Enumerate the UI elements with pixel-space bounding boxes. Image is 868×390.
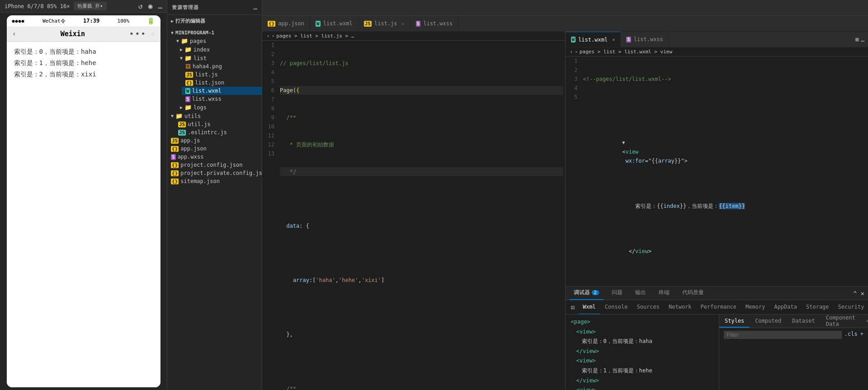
pages-label: pages bbox=[190, 38, 206, 44]
sidebar-item-haha4png[interactable]: 🖼 haha4.png bbox=[182, 62, 262, 70]
devtools-inspect-icon[interactable]: ⊡ bbox=[567, 304, 578, 311]
nav-back-icon[interactable]: ‹ bbox=[570, 49, 573, 55]
editor-content-right[interactable]: 1 2 3 4 5 <!--pages/list/list.wxml--> ▼ … bbox=[566, 56, 868, 286]
right-tab-listwxss-label: list.wxss bbox=[634, 36, 663, 42]
phone-model-label: iPhone 6/7/8 85% 16× bbox=[5, 3, 70, 9]
sidebar-item-projectprivateconfigjs[interactable]: {} project.private.config.js... bbox=[167, 169, 262, 177]
nav-fwd-icon[interactable]: › bbox=[272, 33, 275, 39]
right-tab-listwxml[interactable]: W list.wxml ✕ bbox=[566, 32, 621, 47]
devtools-tab-console[interactable]: Console bbox=[600, 300, 632, 315]
open-editors-item[interactable]: ▶ 打开的编辑器 bbox=[167, 17, 262, 25]
js-icon: JS bbox=[178, 122, 186, 127]
styles-tab-componentdata[interactable]: Component Data bbox=[821, 315, 861, 328]
styles-tab-styles[interactable]: Styles bbox=[719, 315, 750, 328]
close-debug-icon[interactable]: ✕ bbox=[861, 290, 864, 297]
devtools-tab-memory[interactable]: Memory bbox=[741, 300, 769, 315]
folder-icon: 📁 bbox=[184, 46, 192, 53]
sidebar-item-index[interactable]: ▶ 📁 index bbox=[167, 45, 262, 54]
debug-tab-issues-label: 问题 bbox=[612, 289, 623, 296]
editor-pane-right: W list.wxml ✕ S list.wxss ⊞ … ‹ › pages … bbox=[566, 32, 868, 390]
top-toolbar bbox=[262, 0, 868, 16]
line-numbers-right: 1 2 3 4 5 bbox=[566, 56, 581, 286]
debug-panel: 调试器 2 问题 输出 终端 代码质量 bbox=[566, 286, 868, 390]
tab-appjson[interactable]: {} app.json bbox=[262, 16, 310, 31]
editor-content-left[interactable]: 1 2 3 4 5 6 7 8 9 10 11 12 13 // pages/l… bbox=[262, 41, 565, 390]
projectprivateconfigjs-label: project.private.config.js... bbox=[180, 170, 272, 176]
wxss-icon: S bbox=[171, 154, 176, 160]
devtools-tab-appdata[interactable]: AppData bbox=[769, 300, 802, 315]
styles-tab-dataset[interactable]: Dataset bbox=[787, 315, 821, 328]
project-root[interactable]: ▼ MINIPROGRAM-1 bbox=[167, 29, 262, 37]
xml-line: <page> bbox=[571, 317, 714, 327]
styles-plus-button[interactable]: + bbox=[860, 331, 863, 337]
devtools-tab-performance[interactable]: Performance bbox=[696, 300, 741, 315]
devtools-tab-wxml[interactable]: Wxml bbox=[578, 300, 600, 315]
debug-tab-output[interactable]: 输出 bbox=[631, 287, 651, 300]
code-line bbox=[280, 194, 563, 203]
devtools-tab-security[interactable]: Security bbox=[834, 300, 868, 315]
dots-icon[interactable]: ••• bbox=[129, 29, 147, 38]
debug-tab-issues[interactable]: 问题 bbox=[607, 287, 627, 300]
sidebar-item-utiljs[interactable]: JS util.js bbox=[175, 120, 262, 128]
breadcrumb-left: ‹ › pages > list > list.js > … bbox=[262, 32, 565, 41]
code-line: Page({ bbox=[280, 86, 563, 95]
camera-icon[interactable]: ⊙ bbox=[151, 30, 155, 38]
sidebar-item-listjson[interactable]: {} list.json bbox=[182, 79, 262, 87]
split-icon[interactable]: ⊞ bbox=[855, 36, 859, 43]
styles-tab-overflow[interactable]: » bbox=[861, 315, 868, 328]
sidebar-item-sitemapjson[interactable]: {} sitemap.json bbox=[167, 177, 262, 185]
tab-listjs[interactable]: JS list.js ✕ bbox=[359, 16, 410, 31]
more-icon[interactable]: … bbox=[158, 2, 162, 10]
chevron-up-icon[interactable]: ⌃ bbox=[853, 290, 857, 297]
computed-label: Computed bbox=[755, 318, 781, 324]
wxml-icon: W bbox=[185, 88, 190, 94]
tab-close-icon[interactable]: ✕ bbox=[612, 37, 615, 42]
debug-tab-codequality[interactable]: 代码质量 bbox=[678, 287, 708, 300]
devtools-tab-network[interactable]: Network bbox=[664, 300, 696, 315]
tab-close-icon[interactable]: ✕ bbox=[402, 21, 405, 26]
record-icon[interactable]: ◉ bbox=[148, 2, 153, 10]
list-chevron: ▼ bbox=[180, 56, 183, 61]
phone-topbar: iPhone 6/7/8 85% 16× 热重载 开▾ ↺ ◉ … bbox=[0, 0, 167, 13]
more-icon[interactable]: … bbox=[861, 36, 864, 43]
battery-label: 100% bbox=[118, 18, 130, 24]
sidebar-item-appjs[interactable]: JS app.js bbox=[167, 136, 262, 145]
sidebar-item-listwxss[interactable]: S list.wxss bbox=[182, 95, 262, 103]
eslintrc-label: .eslintrc.js bbox=[188, 129, 227, 136]
sidebar-item-projectconfigjson[interactable]: {} project.config.json bbox=[167, 161, 262, 169]
sidebar-item-pages[interactable]: ▼ 📁 pages bbox=[167, 37, 262, 45]
explorer-more-icon[interactable]: … bbox=[254, 4, 257, 11]
styles-filter-input[interactable] bbox=[724, 331, 842, 339]
sidebar-item-appjson[interactable]: {} app.json bbox=[167, 145, 262, 153]
refresh-icon[interactable]: ↺ bbox=[138, 2, 143, 10]
devtools-tab-storage[interactable]: Storage bbox=[802, 300, 834, 315]
sidebar-item-utils[interactable]: ▼ 📁 utils bbox=[167, 112, 262, 120]
styles-content: .cls + bbox=[719, 328, 868, 390]
debug-top-bar: 调试器 2 问题 输出 终端 代码质量 bbox=[566, 287, 868, 300]
sidebar-item-listwxml[interactable]: W list.wxml bbox=[182, 87, 262, 95]
phone-line-2: 索引是：1，当前项是：hehe bbox=[14, 57, 153, 69]
styles-cls-button[interactable]: .cls bbox=[844, 331, 858, 337]
sidebar-item-eslintrc[interactable]: JS .eslintrc.js bbox=[175, 128, 262, 136]
sidebar-item-listjs[interactable]: JS list.js bbox=[182, 70, 262, 79]
folder-icon: 📁 bbox=[184, 104, 192, 111]
debug-tab-terminal[interactable]: 终端 bbox=[654, 287, 674, 300]
tab-listwxss[interactable]: S list.wxss bbox=[410, 16, 459, 31]
debug-tab-terminal-label: 终端 bbox=[659, 289, 670, 296]
dataset-label: Dataset bbox=[792, 318, 815, 324]
file-explorer-sidebar: 资源管理器 … ▶ 打开的编辑器 ▼ MINIPROGRAM-1 ▼ 📁 pag… bbox=[167, 0, 262, 390]
right-tab-listwxss[interactable]: S list.wxss bbox=[621, 32, 669, 47]
back-icon[interactable]: ‹ bbox=[12, 29, 17, 38]
nav-back-icon[interactable]: ‹ bbox=[267, 33, 270, 39]
sidebar-item-logs[interactable]: ▶ 📁 logs bbox=[167, 103, 262, 112]
styles-tab-computed[interactable]: Computed bbox=[750, 315, 787, 328]
nav-fwd-icon[interactable]: › bbox=[575, 49, 578, 55]
sidebar-item-appwxss[interactable]: S app.wxss bbox=[167, 153, 262, 161]
debug-tab-debugger[interactable]: 调试器 2 bbox=[569, 287, 604, 300]
tab-listwxml[interactable]: W list.wxml bbox=[310, 16, 359, 31]
devtools-tab-sources[interactable]: Sources bbox=[632, 300, 664, 315]
hotreload-label[interactable]: 热重载 开▾ bbox=[74, 2, 107, 10]
logs-label: logs bbox=[193, 104, 207, 111]
folder-icon: 📁 bbox=[184, 55, 192, 61]
sidebar-item-list[interactable]: ▼ 📁 list bbox=[167, 54, 262, 62]
